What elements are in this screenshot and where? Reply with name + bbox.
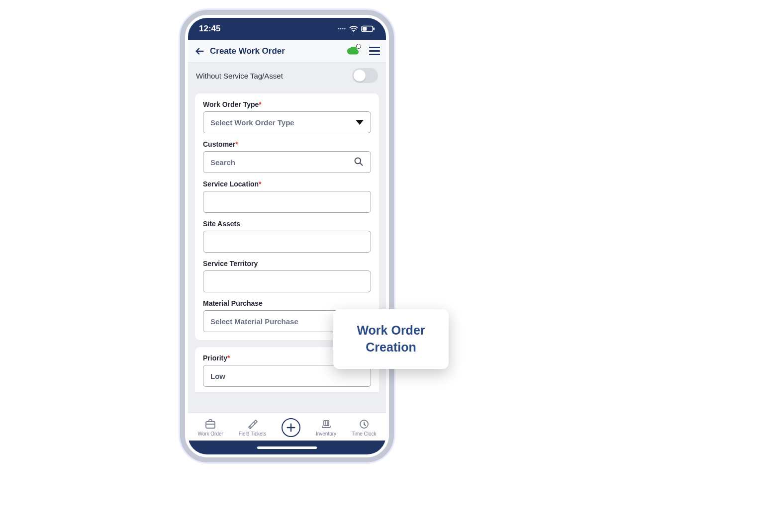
without-service-tag-toggle[interactable] bbox=[352, 68, 378, 83]
field-label: Site Assets bbox=[203, 220, 371, 228]
signal-dots-icon: •••• bbox=[338, 26, 346, 31]
field-label: Service Territory bbox=[203, 260, 371, 267]
search-icon bbox=[354, 157, 364, 168]
phone-frame: 12:45 •••• bbox=[180, 10, 394, 462]
menu-line-icon bbox=[369, 47, 380, 48]
hamburger-menu-button[interactable] bbox=[369, 47, 380, 55]
service-location-input[interactable] bbox=[203, 191, 371, 213]
work-order-type-select[interactable]: Select Work Order Type bbox=[203, 111, 371, 133]
phone-screen: 12:45 •••• bbox=[188, 18, 386, 454]
footer-bar bbox=[188, 441, 386, 454]
svg-rect-6 bbox=[206, 422, 215, 428]
svg-rect-3 bbox=[373, 27, 375, 30]
back-button[interactable] bbox=[194, 46, 205, 57]
field-service-location: Service Location* bbox=[203, 180, 371, 213]
field-customer: Customer* Search bbox=[203, 140, 371, 173]
status-bar: 12:45 •••• bbox=[188, 18, 386, 40]
battery-icon bbox=[361, 25, 375, 32]
callout-card: Work Order Creation bbox=[333, 309, 449, 369]
input-placeholder: Search bbox=[210, 158, 235, 167]
nav-field-tickets[interactable]: Field Tickets bbox=[239, 418, 267, 437]
bottom-nav: Work Order Field Tickets Inventory Time … bbox=[188, 413, 386, 441]
form-scroll[interactable]: Work Order Type* Select Work Order Type … bbox=[188, 89, 386, 454]
select-placeholder: Select Work Order Type bbox=[210, 118, 294, 127]
clock-icon bbox=[358, 418, 370, 430]
field-label: Customer* bbox=[203, 140, 371, 148]
status-time: 12:45 bbox=[199, 24, 220, 34]
field-label: Material Purchase bbox=[203, 299, 371, 307]
page-title: Create Work Order bbox=[210, 46, 341, 56]
svg-rect-2 bbox=[363, 27, 367, 30]
arrow-left-icon bbox=[194, 46, 205, 57]
toggle-label: Without Service Tag/Asset bbox=[196, 72, 283, 80]
service-territory-input[interactable] bbox=[203, 270, 371, 292]
menu-line-icon bbox=[369, 50, 380, 52]
form-card-main: Work Order Type* Select Work Order Type … bbox=[195, 93, 379, 340]
chevron-down-icon bbox=[356, 120, 364, 125]
nav-label: Inventory bbox=[316, 431, 336, 437]
field-service-territory: Service Territory bbox=[203, 260, 371, 292]
nav-add-button[interactable] bbox=[282, 418, 300, 437]
notification-dot-icon bbox=[356, 44, 361, 49]
svg-line-5 bbox=[360, 163, 363, 165]
customer-search-input[interactable]: Search bbox=[203, 151, 371, 173]
wifi-icon bbox=[349, 25, 358, 32]
nav-label: Work Order bbox=[197, 431, 223, 437]
without-service-tag-row: Without Service Tag/Asset bbox=[188, 63, 386, 89]
nav-time-clock[interactable]: Time Clock bbox=[352, 418, 377, 437]
field-label: Work Order Type* bbox=[203, 100, 371, 108]
plus-icon bbox=[286, 422, 296, 433]
briefcase-icon bbox=[204, 418, 216, 430]
ticket-icon bbox=[247, 418, 259, 430]
menu-line-icon bbox=[369, 54, 380, 55]
status-right: •••• bbox=[338, 25, 375, 32]
svg-point-0 bbox=[353, 31, 354, 32]
sync-status-button[interactable] bbox=[346, 45, 360, 57]
inventory-icon bbox=[320, 418, 332, 430]
svg-rect-7 bbox=[324, 421, 329, 426]
select-placeholder: Select Material Purchase bbox=[210, 317, 298, 326]
nav-work-order[interactable]: Work Order bbox=[197, 418, 223, 437]
field-label: Service Location* bbox=[203, 180, 371, 188]
app-header: Create Work Order bbox=[188, 40, 386, 63]
field-site-assets: Site Assets bbox=[203, 220, 371, 253]
site-assets-input[interactable] bbox=[203, 231, 371, 253]
callout-text: Work Order Creation bbox=[342, 322, 440, 356]
select-value: Low bbox=[210, 372, 225, 380]
home-indicator[interactable] bbox=[257, 446, 317, 449]
phone-button-notch bbox=[389, 119, 392, 159]
nav-inventory[interactable]: Inventory bbox=[316, 418, 336, 437]
phone-button-notch bbox=[389, 80, 392, 109]
nav-label: Time Clock bbox=[352, 431, 377, 437]
field-work-order-type: Work Order Type* Select Work Order Type bbox=[203, 100, 371, 133]
nav-label: Field Tickets bbox=[239, 431, 267, 437]
